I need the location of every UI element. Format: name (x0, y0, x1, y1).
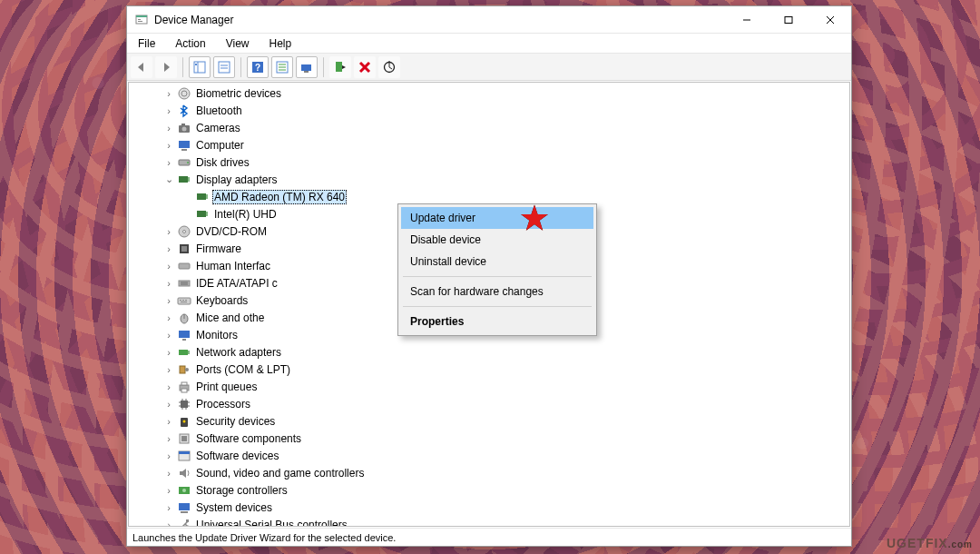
expand-icon[interactable]: › (162, 140, 176, 151)
svg-rect-34 (197, 193, 206, 200)
menu-view[interactable]: View (219, 35, 257, 52)
tree-item-ports[interactable]: ›Ports (COM & LPT) (129, 361, 849, 378)
hid-icon (177, 259, 191, 273)
expand-icon[interactable]: › (162, 295, 176, 306)
enable-device-button[interactable] (329, 56, 351, 78)
expand-icon[interactable]: › (162, 433, 176, 444)
expand-icon[interactable]: › (162, 278, 176, 289)
tree-item-computer[interactable]: ›Computer (129, 136, 849, 153)
software-device-icon (177, 449, 191, 463)
forward-button[interactable] (155, 56, 177, 78)
watermark: UGETFIX.com (887, 536, 973, 550)
expand-icon[interactable]: › (162, 519, 176, 527)
svg-rect-5 (785, 16, 792, 23)
cpu-icon (177, 397, 191, 411)
tree-item-sound[interactable]: ›Sound, video and game controllers (129, 464, 849, 481)
menu-file[interactable]: File (131, 35, 162, 52)
software-component-icon (177, 431, 191, 446)
tree-item-usb[interactable]: ›Universal Serial Bus controllers (129, 516, 849, 526)
expand-icon[interactable]: › (162, 364, 176, 375)
tree-item-label: DVD/CD-ROM (194, 224, 269, 239)
svg-rect-50 (181, 302, 187, 302)
expand-icon[interactable]: › (162, 123, 176, 134)
svg-rect-10 (195, 64, 197, 65)
properties-button[interactable] (213, 56, 235, 78)
svg-rect-55 (179, 350, 188, 355)
ctx-scan-hardware[interactable]: Scan for hardware changes (401, 281, 593, 302)
update-driver-button[interactable] (296, 56, 318, 78)
expand-icon[interactable]: › (162, 502, 176, 513)
tree-item-network[interactable]: ›Network adapters (129, 343, 849, 361)
expand-icon[interactable]: › (162, 381, 176, 392)
tree-item-label: Mice and othe (194, 311, 266, 325)
tree-item-cameras[interactable]: ›Cameras (129, 119, 849, 136)
svg-rect-57 (180, 366, 185, 373)
expand-icon[interactable]: › (162, 399, 176, 410)
expand-icon[interactable]: › (162, 261, 176, 272)
maximize-button[interactable] (768, 6, 809, 34)
tree-item-storage[interactable]: ›Storage controllers (129, 481, 849, 499)
expand-icon[interactable]: › (162, 468, 176, 479)
svg-point-72 (183, 420, 186, 422)
uninstall-device-button[interactable] (354, 56, 376, 78)
svg-point-58 (185, 368, 189, 371)
ctx-uninstall-device[interactable]: Uninstall device (401, 251, 593, 272)
expand-icon[interactable]: › (162, 347, 176, 358)
expand-icon[interactable]: › (162, 105, 176, 116)
titlebar[interactable]: Device Manager (127, 6, 851, 34)
svg-rect-62 (181, 401, 188, 408)
svg-rect-53 (179, 331, 190, 338)
tree-item-swdev[interactable]: ›Software devices (129, 447, 849, 464)
minimize-button[interactable] (726, 6, 768, 34)
tree-item-security[interactable]: ›Security devices (129, 412, 849, 430)
tree-item-display[interactable]: ⌄Display adapters (129, 171, 849, 188)
close-button[interactable] (809, 6, 851, 34)
svg-rect-54 (182, 339, 186, 341)
menu-action[interactable]: Action (168, 35, 212, 52)
expand-icon[interactable]: › (162, 485, 176, 496)
keyboard-icon (177, 293, 191, 308)
tree-item-processors[interactable]: ›Processors (129, 395, 849, 412)
dvd-icon (177, 224, 191, 239)
tree-item-label: Cameras (194, 121, 242, 135)
svg-rect-48 (182, 300, 184, 301)
tree-item-label: Software components (194, 431, 303, 446)
expand-icon[interactable]: › (162, 450, 176, 461)
expand-icon[interactable]: › (162, 330, 176, 341)
biometric-icon (177, 86, 191, 101)
collapse-icon[interactable]: ⌄ (162, 173, 176, 185)
camera-icon (177, 121, 191, 135)
tree-item-swcomp[interactable]: ›Software components (129, 430, 849, 447)
tree-item-sysdev[interactable]: ›System devices (129, 499, 849, 516)
expand-icon[interactable]: › (162, 157, 176, 168)
ctx-properties[interactable]: Properties (401, 311, 593, 332)
tree-item-label: Bluetooth (194, 104, 244, 118)
tree-item-disk[interactable]: ›Disk drives (129, 153, 849, 171)
tree-item-printq[interactable]: ›Print queues (129, 378, 849, 395)
expand-icon[interactable]: › (162, 88, 176, 99)
ctx-update-driver[interactable]: Update driver (401, 207, 593, 229)
svg-rect-37 (206, 212, 208, 216)
scan-hardware-button[interactable] (271, 56, 293, 78)
expand-icon[interactable]: › (162, 312, 176, 323)
tree-item-bluetooth[interactable]: ›Bluetooth (129, 102, 849, 119)
svg-rect-32 (179, 176, 188, 183)
expand-icon[interactable]: › (162, 226, 176, 237)
status-bar: Launches the Update Driver Wizard for th… (127, 528, 851, 546)
menu-help[interactable]: Help (262, 35, 299, 52)
scan-button[interactable] (378, 56, 400, 78)
mouse-icon (177, 311, 191, 325)
expand-icon[interactable]: › (162, 416, 176, 427)
tree-item-biometric[interactable]: ›Biometric devices (129, 84, 849, 102)
help-button[interactable]: ? (247, 56, 269, 78)
svg-rect-19 (336, 62, 342, 72)
tree-item-label: Print queues (194, 380, 259, 394)
show-hide-tree-button[interactable] (189, 56, 211, 78)
ctx-disable-device[interactable]: Disable device (401, 229, 593, 251)
svg-rect-47 (180, 300, 181, 301)
expand-icon[interactable]: › (162, 243, 176, 254)
tree-item-label: Display adapters (194, 173, 279, 187)
network-icon (177, 345, 191, 360)
back-button[interactable] (131, 56, 152, 78)
svg-rect-74 (181, 436, 187, 441)
